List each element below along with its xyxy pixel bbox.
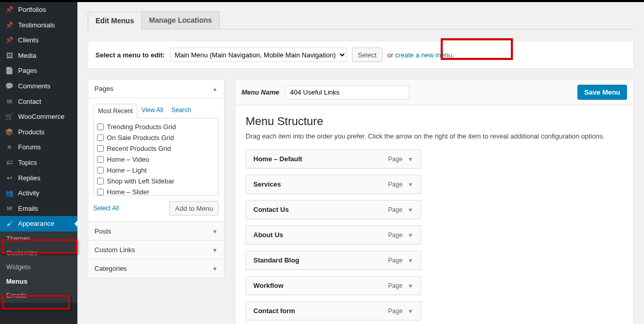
caret-down-icon[interactable]: ▼ <box>408 308 413 314</box>
add-to-menu-button[interactable]: Add to Menu <box>169 201 219 215</box>
sidebar-item-label: Activity <box>18 189 39 197</box>
sidebar-sub-customize[interactable]: Customize <box>0 246 77 260</box>
page-checkbox[interactable] <box>97 156 104 163</box>
menu-item-type: Page <box>388 232 403 239</box>
create-menu-text: or create a new menu. <box>388 51 454 59</box>
page-checkbox-item[interactable]: Shop with Left Sidebar <box>96 176 216 187</box>
sidebar-item-comments[interactable]: 💬Comments <box>0 79 77 94</box>
sidebar-sub-emails[interactable]: Emails <box>0 288 77 303</box>
save-menu-button[interactable]: Save Menu <box>577 85 627 100</box>
create-new-menu-link[interactable]: create a new menu <box>395 51 453 59</box>
sidebar-item-label: Replies <box>18 174 40 182</box>
accordion-custom-links-head[interactable]: Custom Links ▼ <box>88 240 224 259</box>
caret-down-icon[interactable]: ▼ <box>408 181 413 188</box>
menu-item[interactable]: About UsPage▼ <box>246 225 421 244</box>
sidebar-item-media[interactable]: 🖼Media <box>0 48 77 64</box>
page-checkbox[interactable] <box>97 189 104 195</box>
menu-structure-heading: Menu Structure <box>246 115 623 128</box>
page-checkbox[interactable] <box>97 134 104 141</box>
select-button[interactable]: Select <box>352 48 382 62</box>
sidebar-item-forums[interactable]: ≡Forums <box>0 140 77 155</box>
page-checkbox[interactable] <box>97 178 104 184</box>
caret-down-icon: ▼ <box>212 228 218 235</box>
menu-item-title: Services <box>253 180 388 188</box>
sidebar-sub-themes[interactable]: Themes <box>0 232 77 246</box>
menu-item-title: Contact form <box>253 307 388 315</box>
sidebar-item-label: Appearance <box>18 220 54 228</box>
select-menu-label: Select a menu to edit: <box>95 51 165 59</box>
sidebar-item-replies[interactable]: ↩Replies <box>0 171 77 186</box>
page-checkbox[interactable] <box>97 124 104 130</box>
menu-item-title: Workflow <box>253 282 388 289</box>
page-checkbox[interactable] <box>97 145 104 152</box>
sidebar-sub-menus[interactable]: Menus <box>0 274 77 289</box>
menu-select-dropdown[interactable]: Main Menu (Main Navigation, Mobile Main … <box>170 48 347 62</box>
sidebar-item-activity[interactable]: 👥Activity <box>0 186 77 201</box>
caret-down-icon[interactable]: ▼ <box>408 207 413 213</box>
caret-down-icon[interactable]: ▼ <box>408 232 413 238</box>
sidebar-submenu: ThemesCustomizeWidgetsMenusEmails <box>0 232 77 303</box>
sidebar-item-testimonials[interactable]: 📌Testimonials <box>0 18 77 33</box>
page-checkbox-label: Home – Slider <box>107 188 149 196</box>
page-checkbox-item[interactable]: Trending Products Grid <box>96 121 216 132</box>
sidebar-icon: 📦 <box>5 128 14 136</box>
menu-item[interactable]: Contact UsPage▼ <box>246 200 421 219</box>
menu-items-list: Home – DefaultPage▼ServicesPage▼Contact … <box>246 149 623 324</box>
pages-check-list[interactable]: Trending Products GridOn Sale Products G… <box>93 118 219 196</box>
menu-item[interactable]: Standard BlogPage▼ <box>246 251 421 270</box>
pages-tab-recent[interactable]: Most Recent <box>93 104 137 118</box>
caret-down-icon[interactable]: ▼ <box>408 156 413 162</box>
tab-manage-locations[interactable]: Manage Locations <box>141 11 220 29</box>
sidebar-icon: 🏷 <box>5 159 14 167</box>
sidebar-icon: 💬 <box>5 82 14 90</box>
page-checkbox-item[interactable]: Home – Light <box>96 165 216 176</box>
menu-item[interactable]: ServicesPage▼ <box>246 175 421 194</box>
accordion-categories-head[interactable]: Categories ▼ <box>88 259 224 277</box>
menu-item-type: Page <box>388 206 403 213</box>
page-checkbox-label: Recent Products Grid <box>107 145 171 152</box>
sidebar-item-emails[interactable]: ✉Emails <box>0 201 77 217</box>
accordion-posts-head[interactable]: Posts ▼ <box>88 222 224 240</box>
menu-item[interactable]: WorkflowPage▼ <box>246 276 421 295</box>
menu-item[interactable]: Home – DefaultPage▼ <box>246 149 421 168</box>
page-checkbox-item[interactable]: On Sale Products Grid <box>96 132 216 143</box>
tab-edit-menus[interactable]: Edit Menus <box>88 12 142 29</box>
page-checkbox-item[interactable]: Home – Slider <box>96 187 216 196</box>
sidebar-item-clients[interactable]: 📌Clients <box>0 33 77 48</box>
page-checkbox-label: On Sale Products Grid <box>107 134 174 142</box>
menu-item-type: Page <box>388 282 403 289</box>
pages-tab-all[interactable]: View All <box>137 103 167 118</box>
sidebar-item-products[interactable]: 📦Products <box>0 125 77 140</box>
page-checkbox-item[interactable]: Recent Products Grid <box>96 143 216 154</box>
sidebar-item-label: Contact <box>18 98 41 106</box>
sidebar-icon: ✉ <box>5 205 14 213</box>
menu-item-title: About Us <box>253 231 388 239</box>
menu-item[interactable]: Contact formPage▼ <box>246 301 421 320</box>
sidebar-icon: 📌 <box>5 36 14 44</box>
sidebar-sub-widgets[interactable]: Widgets <box>0 260 77 274</box>
page-checkbox-item[interactable]: Home – Video <box>96 154 216 165</box>
caret-down-icon[interactable]: ▼ <box>408 283 413 289</box>
sidebar-item-label: WooCommerce <box>18 113 65 121</box>
caret-down-icon[interactable]: ▼ <box>408 257 413 264</box>
select-all-link[interactable]: Select All <box>93 205 119 212</box>
sidebar-icon: 🖌 <box>5 220 14 228</box>
menu-structure-hint: Drag each item into the order you prefer… <box>246 132 623 140</box>
menu-structure-panel: Menu Structure Drag each item into the o… <box>235 105 634 324</box>
sidebar-item-topics[interactable]: 🏷Topics <box>0 155 77 171</box>
sidebar-item-contact[interactable]: ✉Contact <box>0 94 77 110</box>
sidebar-item-label: Products <box>18 128 44 136</box>
sidebar-item-pages[interactable]: 📄Pages <box>0 63 77 79</box>
sidebar-item-woocommerce[interactable]: 🛒WooCommerce <box>0 109 77 125</box>
sidebar-item-portfolios[interactable]: 📌Portfolios <box>0 2 77 18</box>
page-checkbox[interactable] <box>97 167 104 174</box>
pages-tab-search[interactable]: Search <box>167 103 195 118</box>
caret-down-icon: ▼ <box>212 247 218 253</box>
sidebar-item-appearance[interactable]: 🖌Appearance <box>0 216 77 232</box>
menu-name-input[interactable] <box>285 85 409 100</box>
accordion-pages-head[interactable]: Pages ▲ <box>88 80 224 98</box>
caret-up-icon: ▲ <box>212 86 218 92</box>
sidebar-item-label: Pages <box>18 67 37 75</box>
add-items-accordion: Pages ▲ Most Recent View All Search Tren… <box>88 79 224 278</box>
main-content: Edit Menus Manage Locations Select a men… <box>77 2 644 324</box>
